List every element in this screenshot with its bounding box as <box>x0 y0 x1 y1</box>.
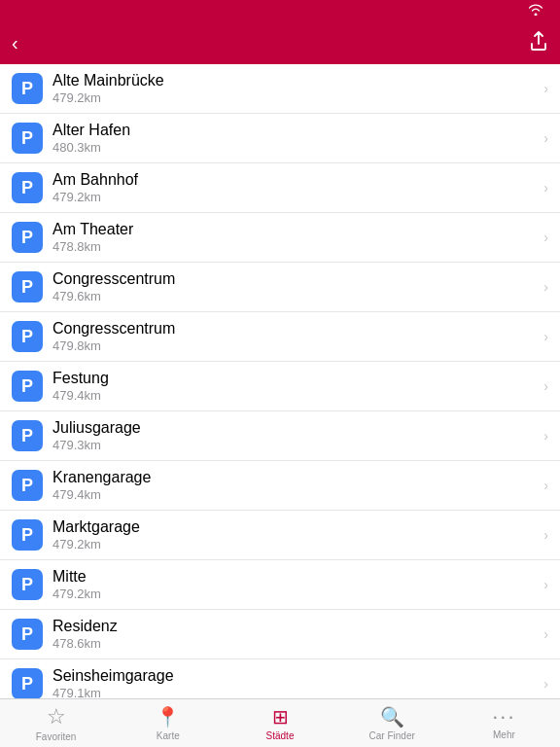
share-button[interactable] <box>529 30 548 56</box>
star-icon: ☆ <box>47 704 66 729</box>
nav-bar: ‹ <box>0 21 560 64</box>
parking-icon: P <box>12 569 43 600</box>
chevron-right-icon: › <box>543 230 548 245</box>
list-item[interactable]: P Residenz 478.6km › <box>0 610 560 659</box>
chevron-right-icon: › <box>543 81 548 96</box>
item-name: Congresscentrum <box>52 320 538 338</box>
item-name: Alter Hafen <box>52 122 538 139</box>
list-item[interactable]: P Congresscentrum 479.8km › <box>0 312 560 362</box>
item-name: Alte Mainbrücke <box>52 72 538 89</box>
car-finder-icon: 🔍 <box>380 705 404 729</box>
status-indicators <box>528 4 548 18</box>
item-distance: 478.8km <box>52 239 538 254</box>
list-item[interactable]: P Alter Hafen 480.3km › <box>0 114 560 163</box>
list-section: P Alte Mainbrücke 479.2km › P Alter Hafe… <box>0 64 560 698</box>
item-distance: 479.2km <box>52 587 538 601</box>
list-item[interactable]: P Alte Mainbrücke 479.2km › <box>0 64 560 114</box>
tab-label: Favoriten <box>36 731 77 742</box>
parking-icon: P <box>12 222 43 253</box>
more-icon: ··· <box>492 706 515 728</box>
list-item[interactable]: P Am Bahnhof 479.2km › <box>0 163 560 213</box>
tab-label: Städte <box>266 730 295 741</box>
item-name: Residenz <box>52 618 538 635</box>
list-item[interactable]: P Congresscentrum 479.6km › <box>0 263 560 312</box>
list-item[interactable]: P Am Theater 478.8km › <box>0 213 560 263</box>
item-name: Juliusgarage <box>52 419 538 437</box>
tab-karte[interactable]: 📍 Karte <box>112 699 224 747</box>
chevron-right-icon: › <box>543 130 548 146</box>
wifi-icon <box>528 4 543 18</box>
parking-icon: P <box>12 271 43 302</box>
tab-carfinder[interactable]: 🔍 Car Finder <box>336 699 448 747</box>
parking-list: P Alte Mainbrücke 479.2km › P Alter Hafe… <box>0 64 560 698</box>
chevron-right-icon: › <box>543 279 548 295</box>
chevron-right-icon: › <box>543 180 548 196</box>
tab-mehr[interactable]: ··· Mehr <box>448 699 560 747</box>
parking-icon: P <box>12 619 43 650</box>
item-distance: 479.2km <box>52 537 538 551</box>
item-name: Kranengarage <box>52 469 538 486</box>
list-item[interactable]: P Kranengarage 479.4km › <box>0 461 560 511</box>
chevron-right-icon: › <box>543 626 548 642</box>
parking-icon: P <box>12 321 43 352</box>
parking-icon: P <box>12 420 43 451</box>
chevron-right-icon: › <box>543 577 548 592</box>
item-distance: 479.1km <box>52 686 538 698</box>
list-item[interactable]: P Marktgarage 479.2km › <box>0 511 560 560</box>
back-button[interactable]: ‹ <box>12 32 21 54</box>
item-distance: 479.3km <box>52 438 538 452</box>
item-name: Am Theater <box>52 221 538 238</box>
parking-icon: P <box>12 123 43 154</box>
item-distance: 479.6km <box>52 289 538 303</box>
parking-icon: P <box>12 73 43 104</box>
item-name: Mitte <box>52 568 538 586</box>
status-bar <box>0 0 560 21</box>
chevron-left-icon: ‹ <box>12 32 18 54</box>
chevron-right-icon: › <box>543 428 548 444</box>
item-name: Festung <box>52 370 538 387</box>
item-distance: 479.2km <box>52 190 538 204</box>
parking-icon: P <box>12 371 43 402</box>
parking-icon: P <box>12 470 43 501</box>
tab-bar: ☆ Favoriten 📍 Karte ⊞ Städte 🔍 Car Finde… <box>0 698 560 747</box>
chevron-right-icon: › <box>543 676 548 692</box>
chevron-right-icon: › <box>543 527 548 543</box>
chevron-right-icon: › <box>543 478 548 493</box>
item-distance: 479.4km <box>52 487 538 502</box>
parking-icon: P <box>12 519 43 551</box>
item-name: Seinsheimgarage <box>52 667 538 685</box>
list-item[interactable]: P Mitte 479.2km › <box>0 560 560 610</box>
item-distance: 479.4km <box>52 388 538 403</box>
item-distance: 479.8km <box>52 338 538 353</box>
tab-favoriten[interactable]: ☆ Favoriten <box>0 699 112 747</box>
status-time-date <box>12 4 15 18</box>
chevron-right-icon: › <box>543 378 548 394</box>
item-distance: 479.2km <box>52 90 538 105</box>
cities-icon: ⊞ <box>272 705 289 729</box>
chevron-right-icon: › <box>543 329 548 344</box>
item-name: Congresscentrum <box>52 270 538 288</box>
tab-label: Mehr <box>493 729 515 740</box>
map-pin-icon: 📍 <box>156 705 180 729</box>
list-item[interactable]: P Seinsheimgarage 479.1km › <box>0 659 560 698</box>
tab-staedte[interactable]: ⊞ Städte <box>224 699 335 747</box>
parking-icon: P <box>12 668 43 698</box>
list-item[interactable]: P Juliusgarage 479.3km › <box>0 411 560 461</box>
item-name: Marktgarage <box>52 518 538 536</box>
tab-label: Car Finder <box>369 730 415 741</box>
item-distance: 480.3km <box>52 140 538 155</box>
item-name: Am Bahnhof <box>52 171 538 189</box>
item-distance: 478.6km <box>52 636 538 651</box>
list-item[interactable]: P Festung 479.4km › <box>0 362 560 411</box>
tab-label: Karte <box>157 730 180 741</box>
parking-icon: P <box>12 172 43 203</box>
